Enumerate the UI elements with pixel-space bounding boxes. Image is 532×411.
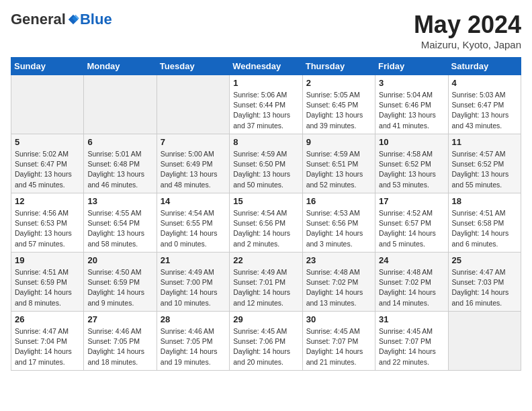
calendar-day-cell — [448, 312, 521, 371]
day-info: Sunrise: 4:48 AMSunset: 7:02 PMDaylight:… — [306, 267, 371, 308]
day-info: Sunrise: 4:51 AMSunset: 6:59 PMDaylight:… — [15, 267, 80, 308]
calendar-day-cell: 17Sunrise: 4:52 AMSunset: 6:57 PMDayligh… — [375, 193, 448, 253]
calendar-day-cell: 10Sunrise: 4:58 AMSunset: 6:52 PMDayligh… — [375, 134, 448, 193]
day-number: 9 — [306, 137, 371, 147]
weekday-header-saturday: Saturday — [448, 58, 521, 75]
calendar-day-cell: 9Sunrise: 4:59 AMSunset: 6:51 PMDaylight… — [302, 134, 375, 193]
page-header: General Blue May 2024 Maizuru, Kyoto, Ja… — [11, 11, 521, 50]
day-info: Sunrise: 4:54 AMSunset: 6:56 PMDaylight:… — [233, 208, 298, 249]
calendar-table: SundayMondayTuesdayWednesdayThursdayFrid… — [11, 57, 521, 371]
day-number: 2 — [306, 78, 371, 88]
calendar-day-cell: 22Sunrise: 4:49 AMSunset: 7:01 PMDayligh… — [230, 253, 302, 312]
calendar-day-cell: 6Sunrise: 5:01 AMSunset: 6:48 PMDaylight… — [84, 134, 157, 193]
day-number: 24 — [379, 255, 444, 265]
day-number: 12 — [15, 196, 80, 206]
weekday-header-tuesday: Tuesday — [157, 58, 229, 75]
weekday-header-wednesday: Wednesday — [230, 58, 302, 75]
day-info: Sunrise: 4:45 AMSunset: 7:06 PMDaylight:… — [233, 326, 298, 367]
day-info: Sunrise: 5:02 AMSunset: 6:47 PMDaylight:… — [15, 149, 80, 190]
day-number: 23 — [306, 255, 371, 265]
day-info: Sunrise: 5:00 AMSunset: 6:49 PMDaylight:… — [161, 149, 226, 190]
calendar-day-cell: 31Sunrise: 4:45 AMSunset: 7:07 PMDayligh… — [375, 312, 448, 371]
day-info: Sunrise: 4:49 AMSunset: 7:00 PMDaylight:… — [161, 267, 226, 308]
calendar-day-cell — [157, 75, 229, 134]
day-info: Sunrise: 4:51 AMSunset: 6:58 PMDaylight:… — [452, 208, 517, 249]
day-info: Sunrise: 4:54 AMSunset: 6:55 PMDaylight:… — [161, 208, 226, 249]
calendar-day-cell: 27Sunrise: 4:46 AMSunset: 7:05 PMDayligh… — [84, 312, 157, 371]
day-number: 21 — [161, 255, 226, 265]
calendar-day-cell: 18Sunrise: 4:51 AMSunset: 6:58 PMDayligh… — [448, 193, 521, 253]
day-number: 20 — [87, 255, 152, 265]
weekday-header-monday: Monday — [84, 58, 157, 75]
weekday-header-thursday: Thursday — [302, 58, 375, 75]
logo: General Blue — [11, 11, 112, 28]
day-info: Sunrise: 5:06 AMSunset: 6:44 PMDaylight:… — [233, 90, 298, 131]
calendar-week-row: 1Sunrise: 5:06 AMSunset: 6:44 PMDaylight… — [11, 75, 521, 134]
weekday-header-friday: Friday — [375, 58, 448, 75]
calendar-week-row: 26Sunrise: 4:47 AMSunset: 7:04 PMDayligh… — [11, 312, 521, 371]
location-title: Maizuru, Kyoto, Japan — [414, 39, 521, 50]
day-number: 3 — [379, 78, 444, 88]
calendar-day-cell: 7Sunrise: 5:00 AMSunset: 6:49 PMDaylight… — [157, 134, 229, 193]
day-info: Sunrise: 4:47 AMSunset: 7:03 PMDaylight:… — [452, 267, 517, 308]
day-info: Sunrise: 4:52 AMSunset: 6:57 PMDaylight:… — [379, 208, 444, 249]
day-number: 22 — [233, 255, 298, 265]
calendar-day-cell: 20Sunrise: 4:50 AMSunset: 6:59 PMDayligh… — [84, 253, 157, 312]
calendar-day-cell: 21Sunrise: 4:49 AMSunset: 7:00 PMDayligh… — [157, 253, 229, 312]
calendar-day-cell — [84, 75, 157, 134]
day-number: 19 — [15, 255, 80, 265]
calendar-day-cell: 14Sunrise: 4:54 AMSunset: 6:55 PMDayligh… — [157, 193, 229, 253]
day-info: Sunrise: 4:45 AMSunset: 7:07 PMDaylight:… — [379, 326, 444, 367]
calendar-week-row: 12Sunrise: 4:56 AMSunset: 6:53 PMDayligh… — [11, 193, 521, 253]
calendar-day-cell: 5Sunrise: 5:02 AMSunset: 6:47 PMDaylight… — [11, 134, 84, 193]
day-number: 29 — [233, 314, 298, 324]
day-number: 17 — [379, 196, 444, 206]
day-number: 7 — [161, 137, 226, 147]
calendar-day-cell: 29Sunrise: 4:45 AMSunset: 7:06 PMDayligh… — [230, 312, 302, 371]
day-number: 25 — [452, 255, 517, 265]
day-info: Sunrise: 5:04 AMSunset: 6:46 PMDaylight:… — [379, 90, 444, 131]
day-info: Sunrise: 5:03 AMSunset: 6:47 PMDaylight:… — [452, 90, 517, 131]
title-block: May 2024 Maizuru, Kyoto, Japan — [414, 11, 521, 50]
calendar-day-cell: 24Sunrise: 4:48 AMSunset: 7:02 PMDayligh… — [375, 253, 448, 312]
day-info: Sunrise: 4:53 AMSunset: 6:56 PMDaylight:… — [306, 208, 371, 249]
day-info: Sunrise: 4:45 AMSunset: 7:07 PMDaylight:… — [306, 326, 371, 367]
month-title: May 2024 — [414, 11, 521, 39]
day-number: 15 — [233, 196, 298, 206]
day-number: 5 — [15, 137, 80, 147]
day-info: Sunrise: 4:57 AMSunset: 6:52 PMDaylight:… — [452, 149, 517, 190]
day-number: 11 — [452, 137, 517, 147]
day-number: 31 — [379, 314, 444, 324]
calendar-day-cell: 26Sunrise: 4:47 AMSunset: 7:04 PMDayligh… — [11, 312, 84, 371]
day-number: 28 — [161, 314, 226, 324]
day-number: 16 — [306, 196, 371, 206]
day-number: 14 — [161, 196, 226, 206]
calendar-day-cell: 12Sunrise: 4:56 AMSunset: 6:53 PMDayligh… — [11, 193, 84, 253]
calendar-week-row: 19Sunrise: 4:51 AMSunset: 6:59 PMDayligh… — [11, 253, 521, 312]
day-info: Sunrise: 4:47 AMSunset: 7:04 PMDaylight:… — [15, 326, 80, 367]
day-info: Sunrise: 4:46 AMSunset: 7:05 PMDaylight:… — [87, 326, 152, 367]
weekday-header-sunday: Sunday — [11, 58, 84, 75]
calendar-day-cell: 25Sunrise: 4:47 AMSunset: 7:03 PMDayligh… — [448, 253, 521, 312]
day-info: Sunrise: 4:56 AMSunset: 6:53 PMDaylight:… — [15, 208, 80, 249]
calendar-day-cell: 11Sunrise: 4:57 AMSunset: 6:52 PMDayligh… — [448, 134, 521, 193]
day-info: Sunrise: 4:48 AMSunset: 7:02 PMDaylight:… — [379, 267, 444, 308]
day-number: 1 — [233, 78, 298, 88]
day-number: 10 — [379, 137, 444, 147]
calendar-day-cell: 16Sunrise: 4:53 AMSunset: 6:56 PMDayligh… — [302, 193, 375, 253]
day-info: Sunrise: 4:50 AMSunset: 6:59 PMDaylight:… — [87, 267, 152, 308]
weekday-header-row: SundayMondayTuesdayWednesdayThursdayFrid… — [11, 58, 521, 75]
calendar-day-cell: 19Sunrise: 4:51 AMSunset: 6:59 PMDayligh… — [11, 253, 84, 312]
calendar-day-cell: 23Sunrise: 4:48 AMSunset: 7:02 PMDayligh… — [302, 253, 375, 312]
day-info: Sunrise: 4:46 AMSunset: 7:05 PMDaylight:… — [161, 326, 226, 367]
day-info: Sunrise: 4:58 AMSunset: 6:52 PMDaylight:… — [379, 149, 444, 190]
logo-blue-text: Blue — [80, 11, 112, 28]
day-number: 30 — [306, 314, 371, 324]
day-info: Sunrise: 4:49 AMSunset: 7:01 PMDaylight:… — [233, 267, 298, 308]
calendar-day-cell: 15Sunrise: 4:54 AMSunset: 6:56 PMDayligh… — [230, 193, 302, 253]
day-info: Sunrise: 4:55 AMSunset: 6:54 PMDaylight:… — [87, 208, 152, 249]
calendar-day-cell: 30Sunrise: 4:45 AMSunset: 7:07 PMDayligh… — [302, 312, 375, 371]
calendar-week-row: 5Sunrise: 5:02 AMSunset: 6:47 PMDaylight… — [11, 134, 521, 193]
calendar-day-cell: 8Sunrise: 4:59 AMSunset: 6:50 PMDaylight… — [230, 134, 302, 193]
day-number: 18 — [452, 196, 517, 206]
